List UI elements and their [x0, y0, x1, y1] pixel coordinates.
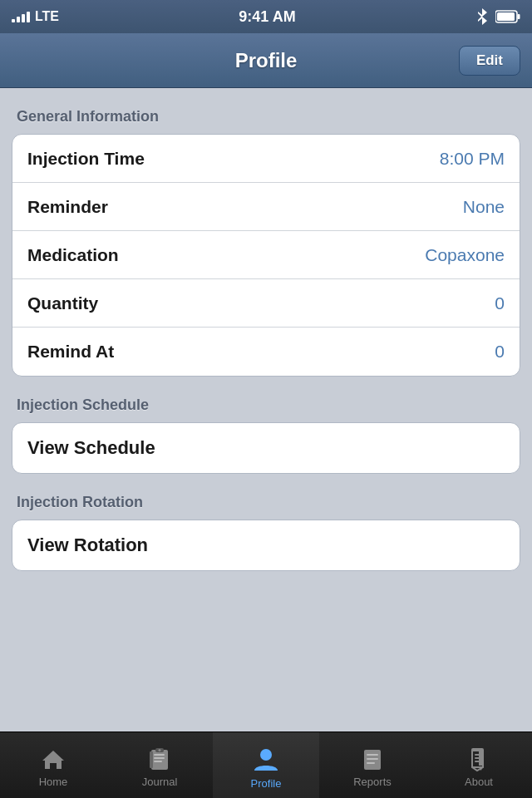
nav-title: Profile [235, 49, 298, 72]
table-row-medication: Medication Copaxone [12, 231, 520, 279]
view-schedule-label: View Schedule [27, 437, 155, 459]
battery-icon [495, 10, 520, 23]
carrier-label: LTE [35, 9, 59, 24]
status-bar: LTE 9:41 AM [0, 0, 532, 33]
view-schedule-row[interactable]: View Schedule [12, 423, 520, 473]
time-label: 9:41 AM [239, 8, 295, 26]
medication-value: Copaxone [425, 245, 505, 265]
svg-rect-18 [475, 761, 480, 762]
svg-rect-3 [151, 750, 168, 770]
bluetooth-icon [475, 8, 489, 25]
about-icon [466, 747, 491, 772]
nav-bar: Profile Edit [0, 33, 532, 88]
general-information-header: General Information [12, 108, 520, 126]
svg-rect-13 [367, 758, 378, 760]
quantity-value: 0 [495, 293, 505, 313]
svg-rect-16 [475, 754, 483, 756]
injection-time-value: 8:00 PM [440, 149, 505, 169]
injection-schedule-header: Injection Schedule [12, 397, 520, 414]
signal-bars-icon [12, 11, 30, 22]
profile-icon [252, 746, 280, 774]
table-row-injection-time: Injection Time 8:00 PM [12, 135, 520, 183]
remind-at-label: Remind At [27, 342, 114, 362]
svg-point-9 [159, 749, 161, 751]
svg-rect-12 [367, 754, 378, 756]
tab-about-label: About [465, 776, 493, 788]
medication-label: Medication [27, 245, 119, 265]
tab-home[interactable]: Home [0, 732, 106, 798]
svg-rect-14 [367, 762, 375, 764]
status-right [475, 8, 520, 25]
svg-rect-17 [475, 757, 483, 759]
table-row-reminder: Reminder None [12, 183, 520, 231]
svg-rect-7 [154, 761, 162, 762]
tab-journal-label: Journal [142, 776, 178, 788]
general-information-table: Injection Time 8:00 PM Reminder None Med… [12, 134, 520, 377]
svg-rect-6 [154, 757, 165, 759]
quantity-label: Quantity [27, 293, 98, 313]
home-icon [41, 747, 66, 772]
tab-journal[interactable]: Journal [106, 732, 213, 798]
reminder-value: None [463, 197, 505, 217]
tab-reports[interactable]: Reports [319, 732, 426, 798]
journal-icon [147, 747, 172, 772]
tab-profile-label: Profile [251, 777, 282, 790]
injection-rotation-table[interactable]: View Rotation [12, 520, 520, 571]
edit-button[interactable]: Edit [459, 46, 520, 76]
remind-at-value: 0 [495, 342, 505, 362]
svg-rect-5 [154, 754, 165, 756]
tab-bar: Home Journal Profile Reports [0, 732, 532, 798]
tab-profile[interactable]: Profile [213, 732, 319, 798]
table-row-quantity: Quantity 0 [12, 279, 520, 328]
reports-icon [360, 747, 385, 772]
injection-schedule-table[interactable]: View Schedule [12, 422, 520, 474]
injection-rotation-header: Injection Rotation [12, 494, 520, 511]
content: General Information Injection Time 8:00 … [0, 88, 532, 732]
reminder-label: Reminder [27, 197, 108, 217]
view-rotation-label: View Rotation [27, 534, 148, 556]
svg-point-10 [260, 749, 272, 761]
view-rotation-row[interactable]: View Rotation [12, 520, 520, 570]
svg-rect-4 [150, 751, 153, 768]
svg-rect-2 [497, 12, 515, 21]
tab-reports-label: Reports [353, 776, 392, 788]
tab-home-label: Home [39, 776, 68, 788]
table-row-remind-at: Remind At 0 [12, 328, 520, 376]
status-left: LTE [12, 9, 59, 24]
injection-time-label: Injection Time [27, 149, 145, 169]
svg-rect-1 [517, 14, 520, 19]
tab-about[interactable]: About [426, 732, 532, 798]
